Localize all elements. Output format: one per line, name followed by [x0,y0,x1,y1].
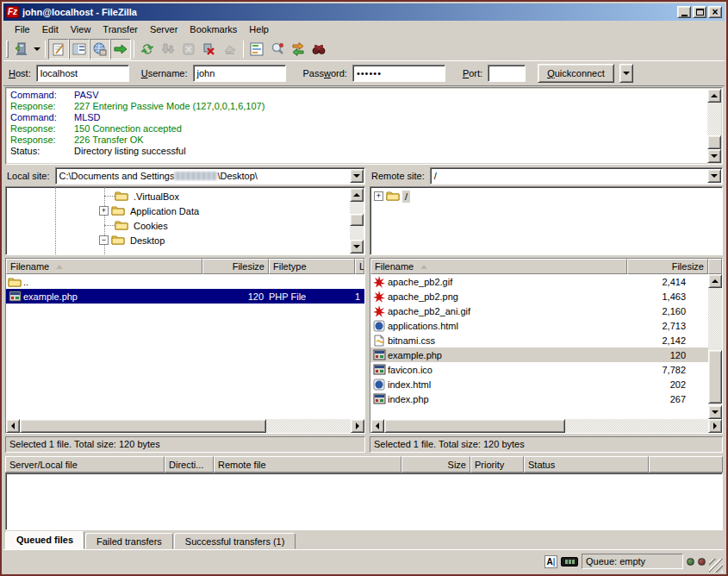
process-queue-button[interactable] [158,39,178,59]
quickconnect-dropdown-button[interactable] [619,64,633,83]
column-header-filetype[interactable]: Filetype [269,259,355,274]
tree-item[interactable]: Cookies [104,218,171,233]
local-horizontal-scrollbar[interactable] [6,419,364,433]
site-manager-button[interactable] [11,39,32,59]
quickconnect-button[interactable]: Quickconnect [538,64,614,83]
local-tree-scrollbar[interactable] [350,188,364,254]
scroll-left-button[interactable] [6,419,20,433]
scroll-down-button[interactable] [707,149,721,163]
menu-server[interactable]: Server [144,22,184,36]
toggle-transfer-queue-button[interactable] [110,39,131,59]
close-button[interactable]: × [708,6,722,18]
column-header-filename[interactable]: Filename [370,259,627,274]
column-header-filesize[interactable]: Filesize [627,259,708,274]
scroll-thumb[interactable] [350,214,364,226]
tab-queued-files[interactable]: Queued files [5,531,84,549]
local-directory-tree[interactable]: .VirtualBox + Application Data Cookies −… [5,186,365,255]
table-row-selected[interactable]: example.php 120 [370,347,708,362]
speedlimit-icon[interactable] [561,557,578,567]
scroll-down-button[interactable] [350,240,364,254]
column-header-server-local-file[interactable]: Server/Local file [5,456,165,473]
directory-comparison-button[interactable] [267,39,288,59]
toolbar-grip[interactable] [6,41,9,58]
remote-list-body[interactable]: apache_pb2.gif 2,414 apache_pb2.png 1,46… [370,274,722,419]
expand-icon[interactable]: + [374,191,383,201]
menu-bookmarks[interactable]: Bookmarks [184,22,243,36]
local-path-dropdown-button[interactable] [350,169,364,183]
tab-failed-transfers[interactable]: Failed transfers [85,533,173,549]
scroll-left-button[interactable] [370,419,384,433]
scroll-thumb[interactable] [384,419,565,433]
title-bar[interactable]: Fz john@localhost - FileZilla × [3,3,725,21]
column-header-filesize[interactable]: Filesize [202,259,269,274]
menu-view[interactable]: View [65,22,97,36]
menu-edit[interactable]: Edit [36,22,65,36]
scroll-up-button[interactable] [350,188,364,202]
table-row[interactable]: bitnami.css 2,142 [370,333,708,347]
scroll-right-button[interactable] [351,419,364,433]
reconnect-button[interactable] [220,39,240,59]
username-input[interactable]: john [193,65,286,82]
local-list-body[interactable]: .. example.php 120 PHP File 1 [6,274,364,419]
toggle-message-log-button[interactable] [48,39,69,59]
maximize-button[interactable] [693,6,706,18]
disconnect-button[interactable] [199,39,220,59]
menu-help[interactable]: Help [243,22,275,36]
datatype-ascii-icon[interactable]: A| [544,555,557,568]
scroll-right-button[interactable] [708,419,722,433]
table-row[interactable]: apache_pb2.gif 2,414 [370,274,708,289]
toggle-remote-tree-button[interactable] [90,39,110,59]
table-row[interactable]: apache_pb2_ani.gif 2,160 [370,304,708,318]
host-input[interactable]: localhost [36,65,129,82]
remote-list-scrollbar[interactable] [708,274,722,419]
scroll-down-button[interactable] [708,405,722,419]
column-header-direction[interactable]: Directi... [165,456,214,473]
password-input[interactable]: •••••• [352,65,445,82]
column-header-filename[interactable]: Filename [6,259,202,274]
cancel-operation-button[interactable] [178,39,199,59]
scroll-thumb[interactable] [707,135,721,149]
remote-path-dropdown-button[interactable] [707,169,721,183]
scroll-up-button[interactable] [708,274,722,288]
find-files-button[interactable] [308,39,329,59]
remote-path-combo[interactable]: / [430,167,723,185]
tab-successful-transfers[interactable]: Successful transfers (1) [174,533,296,549]
column-header-status[interactable]: Status [524,456,649,473]
tree-item[interactable]: + / [374,189,410,203]
scroll-thumb[interactable] [708,350,722,404]
column-header-remote-file[interactable]: Remote file [214,456,401,473]
synchronized-browsing-button[interactable] [288,39,308,59]
table-row[interactable]: .. [6,274,364,289]
local-path-combo[interactable]: C:\Documents and Settings\Desktop\ [55,167,365,185]
tree-item[interactable]: − Desktop [99,233,167,247]
table-row[interactable]: index.html 202 [370,377,708,391]
column-header-priority[interactable]: Priority [470,456,524,473]
menu-transfer[interactable]: Transfer [96,22,144,36]
minimize-button[interactable] [677,6,691,18]
table-row[interactable]: index.php 267 [370,391,708,406]
remote-horizontal-scrollbar[interactable] [370,419,722,433]
resize-grip[interactable] [709,559,723,573]
table-row-selected[interactable]: example.php 120 PHP File 1 [6,289,364,304]
expand-icon[interactable]: + [99,206,109,216]
table-row[interactable]: favicon.ico 7,782 [370,362,708,377]
port-input[interactable] [488,65,526,82]
remote-directory-tree[interactable]: + / [370,186,723,255]
tree-item[interactable]: + Application Data [99,203,202,218]
log-scrollbar[interactable] [707,89,721,163]
toggle-local-tree-button[interactable] [69,39,90,59]
menu-file[interactable]: File [9,22,36,36]
queue-list[interactable] [5,473,723,530]
table-row[interactable]: applications.html 2,713 [370,318,708,333]
directory-filter-button[interactable] [246,39,267,59]
refresh-button[interactable] [137,39,158,59]
collapse-icon[interactable]: − [99,235,109,245]
scroll-thumb[interactable] [20,419,266,433]
table-row[interactable]: apache_pb2.png 1,463 [370,289,708,304]
scroll-up-button[interactable] [707,89,721,103]
message-log[interactable]: Command:PASV Response:227 Entering Passi… [5,87,723,165]
column-header-size[interactable]: Size [401,456,470,473]
site-manager-dropdown-button[interactable] [32,39,42,59]
tree-item[interactable]: .VirtualBox [104,189,182,203]
column-header-lastmodified[interactable]: L [355,259,364,274]
